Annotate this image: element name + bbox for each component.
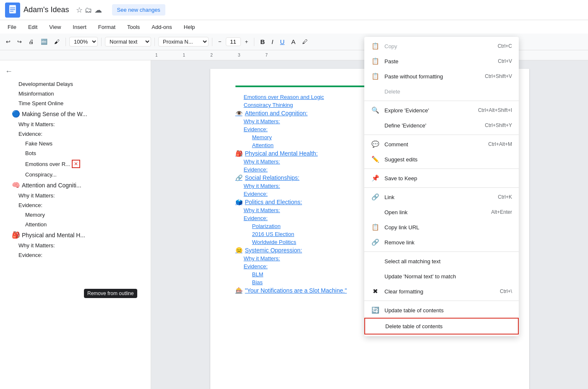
comment-icon: 💬: [371, 140, 379, 148]
sidebar-item-why-matters-3[interactable]: Why it Matters:: [0, 241, 151, 250]
context-menu-scroll: 📋 Copy Ctrl+C 📋 Paste Ctrl+V 📋 Paste wit…: [364, 39, 519, 335]
see-new-changes-button[interactable]: See new changes: [112, 4, 165, 16]
font-size-increase[interactable]: +: [243, 37, 251, 47]
sidebar-item-label: Why it Matters:: [18, 121, 55, 127]
undo-button[interactable]: ↩: [3, 37, 13, 47]
sidebar-item-making-sense[interactable]: 🔵 Making Sense of the W...: [0, 108, 151, 119]
sidebar-item-why-matters-2[interactable]: Why it Matters:: [0, 191, 151, 200]
ctx-delete-toc[interactable]: Delete table of contents: [364, 318, 519, 335]
copy-icon: 📋: [371, 42, 379, 50]
sidebar-item-evidence-2[interactable]: Evidence:: [0, 200, 151, 210]
menu-tools[interactable]: Tools: [125, 22, 142, 32]
menu-help[interactable]: Help: [181, 22, 198, 32]
bold-button[interactable]: B: [258, 36, 267, 47]
clear-format-icon: ✖: [371, 287, 379, 296]
sidebar-item-fake-news[interactable]: Fake News: [0, 139, 151, 148]
ctx-select-match[interactable]: Select all matching text: [364, 254, 519, 269]
spell-check-button[interactable]: 🔤: [38, 37, 50, 47]
toolbar-divider-4: [212, 38, 212, 46]
menu-edit[interactable]: Edit: [26, 22, 40, 32]
italic-button[interactable]: I: [269, 36, 276, 47]
sidebar-item-bots[interactable]: Bots: [0, 148, 151, 158]
font-size-decrease[interactable]: −: [216, 37, 224, 47]
ctx-paste-shortcut: Ctrl+V: [498, 58, 512, 64]
print-button[interactable]: 🖨: [26, 37, 37, 47]
open-link-icon: [371, 208, 379, 216]
ctx-divider-1: [364, 101, 519, 101]
svg-rect-2: [10, 9, 15, 10]
menu-format[interactable]: Format: [96, 22, 118, 32]
sidebar-item-label: Conspiracy...: [25, 171, 57, 178]
ctx-copy-link[interactable]: 📋 Copy link URL: [364, 220, 519, 235]
ctx-update-normal-label: Update 'Normal text' to match: [384, 273, 512, 280]
redo-button[interactable]: ↪: [15, 37, 24, 47]
ctx-delete-label: Delete: [384, 88, 512, 95]
menu-insert[interactable]: Insert: [70, 22, 89, 32]
sidebar-item-time-spent[interactable]: Time Spent Online: [0, 99, 151, 108]
ctx-link[interactable]: 🔗 Link Ctrl+K: [364, 189, 519, 205]
ctx-clear-format[interactable]: ✖ Clear formatting Ctrl+\: [364, 284, 519, 299]
sidebar-item-label: Physical and Mental H...: [22, 232, 85, 239]
making-sense-icon: 🔵: [12, 110, 20, 118]
sidebar-item-label: Why it Matters:: [18, 192, 55, 199]
toc-icon-systemic: 😐: [235, 247, 243, 254]
ctx-define[interactable]: Define 'Evidence' Ctrl+Shift+Y: [364, 118, 519, 133]
ctx-update-normal[interactable]: Update 'Normal text' to match: [364, 269, 519, 284]
underline-button[interactable]: U: [277, 36, 287, 47]
sidebar-back-button[interactable]: ←: [0, 64, 151, 79]
remove-link-icon: 🔗: [371, 238, 379, 246]
sidebar-item-label: Evidence:: [18, 252, 42, 258]
highlight-button[interactable]: 🖊: [300, 37, 310, 47]
sidebar-item-physical-mental[interactable]: 🎒 Physical and Mental H...: [0, 229, 151, 241]
ctx-delete: Delete: [364, 84, 519, 99]
ctx-explore[interactable]: 🔍 Explore 'Evidence' Ctrl+Alt+Shift+I: [364, 103, 519, 118]
ctx-open-link[interactable]: Open link Alt+Enter: [364, 205, 519, 220]
ctx-save-keep[interactable]: 📌 Save to Keep: [364, 171, 519, 186]
font-select[interactable]: Proxima N...: [158, 37, 209, 47]
top-bar: Adam's Ideas ☆ 🗂 ☁ See new changes: [0, 0, 588, 20]
sidebar-item-evidence-3[interactable]: Evidence:: [0, 250, 151, 260]
sidebar-item-conspiracy[interactable]: Conspiracy...: [0, 170, 151, 179]
sidebar-item-label: Evidence:: [18, 131, 42, 137]
remove-tooltip: Remove from outline: [84, 289, 137, 298]
ctx-paste-no-format-shortcut: Ctrl+Shift+V: [485, 73, 512, 79]
font-size-input[interactable]: [226, 37, 241, 46]
menu-view[interactable]: View: [47, 22, 63, 32]
sidebar-item-evidence-1[interactable]: Evidence:: [0, 129, 151, 139]
ctx-suggest[interactable]: ✏️ Suggest edits: [364, 152, 519, 167]
sidebar-item-attention-cognition[interactable]: 🧠 Attention and Cogniti...: [0, 179, 151, 191]
ctx-copy[interactable]: 📋 Copy Ctrl+C: [364, 39, 519, 54]
ctx-paste[interactable]: 📋 Paste Ctrl+V: [364, 54, 519, 69]
ctx-divider-4: [364, 187, 519, 188]
remove-from-outline-button[interactable]: ✕: [72, 160, 80, 168]
sidebar-item-attention[interactable]: Attention: [0, 220, 151, 229]
ctx-copy-shortcut: Ctrl+C: [498, 43, 512, 49]
sidebar-item-emotions[interactable]: Emotions over R... ✕: [0, 158, 151, 170]
ctx-paste-no-format[interactable]: 📋 Paste without formatting Ctrl+Shift+V: [364, 69, 519, 84]
ctx-remove-link[interactable]: 🔗 Remove link: [364, 235, 519, 250]
explore-icon: 🔍: [371, 106, 379, 114]
sidebar-item-misinformation[interactable]: Misinformation: [0, 89, 151, 99]
sidebar-item-developmental-delays[interactable]: Developmental Delays: [0, 79, 151, 89]
ctx-divider-3: [364, 169, 519, 169]
paint-format-button[interactable]: 🖌: [52, 37, 62, 47]
ctx-update-toc[interactable]: 🔄 Update table of contents: [364, 303, 519, 318]
ctx-comment[interactable]: 💬 Comment Ctrl+Alt+M: [364, 137, 519, 152]
toolbar-divider-1: [65, 38, 66, 46]
sidebar-item-label: Developmental Delays: [18, 81, 73, 87]
sidebar-item-memory[interactable]: Memory: [0, 210, 151, 220]
ctx-explore-label: Explore 'Evidence': [384, 107, 473, 114]
svg-rect-1: [10, 8, 15, 8]
sidebar-item-label: Emotions over R...: [25, 161, 70, 167]
sidebar-item-label: Attention and Cogniti...: [22, 182, 81, 189]
menu-file[interactable]: File: [5, 22, 19, 32]
sidebar-item-why-matters-1[interactable]: Why it Matters:: [0, 119, 151, 129]
style-select[interactable]: Normal text: [105, 37, 151, 47]
text-color-button[interactable]: A: [289, 36, 298, 47]
zoom-select[interactable]: 100%: [69, 37, 98, 47]
delete-toc-icon: [372, 322, 380, 330]
sidebar-item-label: Fake News: [25, 140, 52, 147]
ctx-suggest-label: Suggest edits: [384, 156, 512, 163]
menu-addons[interactable]: Add-ons: [149, 22, 174, 32]
keep-icon: 📌: [371, 174, 379, 182]
